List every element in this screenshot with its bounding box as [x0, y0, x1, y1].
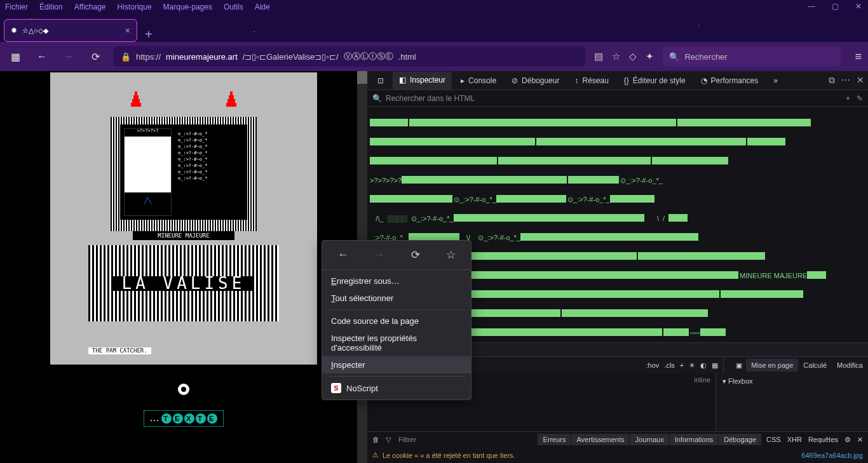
menu-file[interactable]: Fichier [5, 3, 28, 11]
devtools-overflow-icon[interactable]: » [767, 72, 784, 89]
bookmark-star-icon[interactable]: ☆ [612, 51, 620, 62]
lock-icon[interactable]: 🔒 [121, 52, 131, 62]
url-domain: mineuremajeure.art [166, 52, 238, 62]
eyedropper-icon[interactable]: ✎ [857, 94, 863, 103]
eye-icon[interactable] [178, 384, 189, 395]
console-filter-input[interactable]: Filtrer [396, 436, 537, 443]
ctx-bookmark-icon[interactable]: ☆ [446, 248, 456, 262]
robot-head: >?>?>?>? ╱╲ ⊙_:>?-#~o_* ⊙_:>?-#~o_* ⊙_:>… [111, 117, 257, 231]
css-tab-changes[interactable]: Modifica [832, 359, 868, 372]
window-maximize-icon[interactable]: ▢ [832, 2, 839, 11]
texte-button[interactable]: ...TEXTE [144, 410, 223, 427]
ctx-noscript[interactable]: S NoScript [322, 379, 471, 397]
console-source-link[interactable]: 6469ea7a64acb.jpg [801, 452, 863, 459]
devtools-tab-performance[interactable]: ◔ Performances [695, 72, 765, 89]
toggle-requests[interactable]: Requêtes [808, 436, 838, 444]
gear-icon[interactable]: ⚙ [844, 436, 851, 444]
layout-pane[interactable]: ▾ Flexbox [715, 373, 868, 431]
ctx-inspect-a11y[interactable]: Inspecter les propriétés d'accessibilité [322, 330, 471, 356]
url-toolbar: ▦ ← → ⟳ 🔒 https://mineuremajeure.art/⊐▯▫… [0, 42, 868, 71]
robot-body: LA VALISE [88, 245, 279, 321]
console-split: 🗑 ▽ Filtrer ErreursAvertissementsJournau… [367, 431, 868, 463]
search-box[interactable]: 🔍 Rechercher [663, 46, 841, 67]
css-tab-computed[interactable]: Calculé [798, 359, 832, 372]
url-field[interactable]: 🔒 https://mineuremajeure.art/⊐▯▫⊏Galerie… [113, 46, 585, 67]
ctx-forward-icon[interactable]: → [374, 248, 385, 262]
search-placeholder: Rechercher [684, 52, 727, 62]
funnel-icon[interactable]: ▽ [386, 436, 391, 444]
search-icon: 🔍 [372, 94, 382, 103]
close-split-icon[interactable]: ✕ [857, 436, 863, 444]
menu-history[interactable]: Historique [118, 3, 152, 11]
noscript-icon: S [331, 383, 341, 393]
ctx-back-icon[interactable]: ← [337, 248, 348, 262]
add-element-icon[interactable]: + [846, 94, 850, 103]
flexbox-section-label: Flexbox [728, 377, 753, 385]
shield-icon[interactable]: ◇ [629, 51, 637, 62]
toggle-css[interactable]: CSS [766, 436, 781, 444]
light-icon[interactable]: ☀ [689, 361, 695, 370]
robot-screen-right: ⊙_:>?-#~o_* ⊙_:>?-#~o_* ⊙_:>?-#~o_* ⊙_:>… [175, 128, 243, 216]
devtools-toolbar: ⊡ ◧ Inspecteur ▸ Console ⊘ Débogueur ↕ R… [367, 71, 868, 90]
responsive-mode-icon[interactable]: ⧉ [829, 75, 835, 86]
tab-close-icon[interactable]: × [125, 25, 130, 36]
hov-toggle[interactable]: :hov [646, 361, 660, 369]
ctx-save-as[interactable]: Enregistrer sous… [322, 272, 471, 290]
css-tab-layout[interactable]: Mise en page [746, 359, 798, 372]
console-message[interactable]: ⚠ Le cookie « » a été rejeté en tant que… [367, 447, 868, 463]
ctx-view-source[interactable]: Code source de la page [322, 312, 471, 330]
tab-bar: ✹ ☆△○◇◆ × + [0, 14, 868, 42]
hamburger-menu-icon[interactable]: ≡ [855, 50, 862, 64]
devtools-close-icon[interactable]: ✕ [857, 75, 864, 86]
layout-box-icon[interactable]: ▣ [732, 361, 746, 370]
texte-char: T [196, 413, 206, 424]
new-tab-button[interactable]: + [145, 27, 153, 42]
url-scheme: https:// [136, 52, 161, 62]
cat-logs[interactable]: Journaux [630, 434, 668, 445]
reload-button[interactable]: ⟳ [86, 48, 104, 65]
texte-char: X [184, 413, 194, 424]
reader-mode-icon[interactable]: ▤ [594, 51, 603, 62]
mineure-majeure-label: MINEURE MAJEURE [133, 231, 234, 240]
menu-help[interactable]: Aide [255, 3, 270, 11]
devtools-tab-debugger[interactable]: ⊘ Débogueur [505, 72, 566, 89]
ctx-inspect[interactable]: Inspecter [322, 356, 471, 373]
ctx-select-all[interactable]: Tout sélectionner [322, 290, 471, 307]
tab-favicon-icon: ✹ [11, 26, 17, 35]
back-button[interactable]: ← [33, 48, 51, 65]
devtools-tab-network[interactable]: ↕ Réseau [568, 72, 614, 89]
ctx-reload-icon[interactable]: ⟳ [411, 248, 420, 262]
window-close-icon[interactable]: ✕ [855, 2, 862, 11]
page-viewport: >?>?>?>? ╱╲ ⊙_:>?-#~o_* ⊙_:>?-#~o_* ⊙_:>… [0, 71, 367, 463]
browser-tab[interactable]: ✹ ☆△○◇◆ × [4, 19, 137, 42]
menu-view[interactable]: Affichage [74, 3, 106, 11]
print-icon[interactable]: ▦ [712, 361, 718, 370]
devtools-tab-console[interactable]: ▸ Console [454, 72, 503, 89]
inline-label: inline [694, 376, 710, 384]
pam-catcher-label: THE PAM CATCHER. [88, 347, 151, 354]
cat-debug[interactable]: Débogage [719, 434, 761, 445]
forward-button[interactable]: → [60, 48, 78, 65]
menu-bookmarks[interactable]: Marque-pages [163, 3, 212, 11]
devtools-meatball-icon[interactable]: ⋯ [841, 75, 850, 86]
add-rule-icon[interactable]: + [680, 361, 684, 369]
devtools-tab-style-editor[interactable]: {} Éditeur de style [618, 72, 692, 89]
cat-warnings[interactable]: Avertissements [571, 434, 629, 445]
html-search-input[interactable]: Rechercher dans le HTML [386, 94, 842, 103]
sparkle-icon[interactable]: ✦ [646, 51, 654, 62]
menu-tools[interactable]: Outils [224, 3, 243, 11]
element-picker-icon[interactable]: ⊡ [371, 72, 390, 89]
sidebar-toggle-icon[interactable]: ▦ [6, 48, 24, 65]
menu-edit[interactable]: Édition [39, 3, 63, 11]
toggle-xhr[interactable]: XHR [787, 436, 802, 444]
contrast-icon[interactable]: ◐ [700, 361, 707, 370]
cls-toggle[interactable]: .cls [664, 361, 675, 369]
cat-errors[interactable]: Erreurs [538, 434, 571, 445]
devtools-tab-inspector[interactable]: ◧ Inspecteur [393, 72, 452, 90]
cat-info[interactable]: Informations [670, 434, 719, 445]
texte-char: T [161, 413, 172, 424]
robot-screen-left: >?>?>?>? ╱╲ [124, 128, 172, 216]
texte-char: E [207, 413, 217, 424]
window-minimize-icon[interactable]: — [808, 2, 815, 11]
trash-icon[interactable]: 🗑 [372, 436, 379, 444]
